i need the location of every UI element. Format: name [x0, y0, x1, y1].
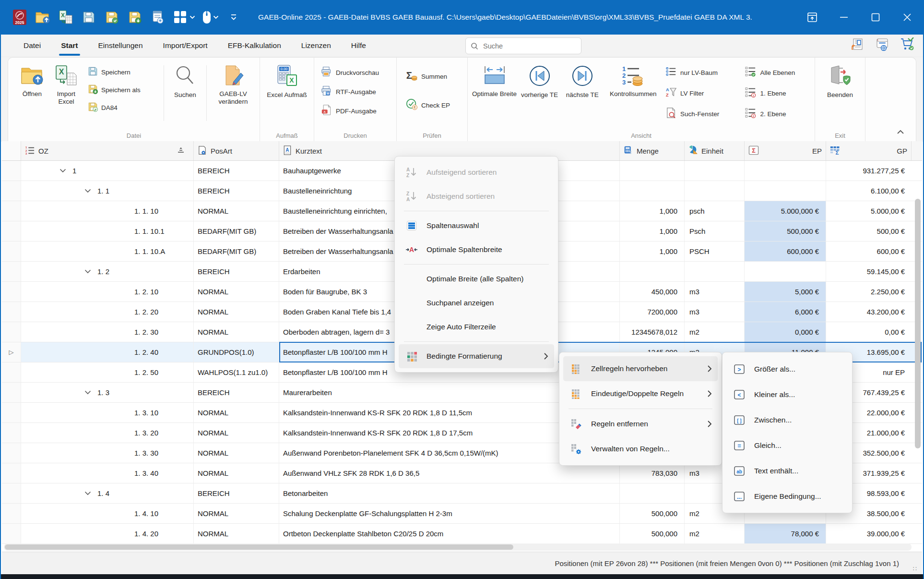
oeffnen-button[interactable]: Öffnen [15, 62, 49, 100]
column-header-posart[interactable]: PosArt [194, 141, 279, 160]
such-fenster-button[interactable]: Such-Fenster [665, 107, 745, 121]
tab-datei[interactable]: Datei [13, 35, 51, 57]
print-preview-button[interactable] [150, 9, 166, 25]
pdf-ausgabe-button[interactable]: A PDF-Ausgabe [321, 104, 379, 118]
cell-einheit [685, 181, 745, 201]
shop-cart-icon[interactable] [900, 37, 914, 51]
cell-posart: BEREICH [194, 181, 279, 201]
tab-efb-kalkulation[interactable]: EFB-Kalkulation [218, 35, 291, 57]
column-header-menge[interactable]: Menge [620, 141, 685, 160]
menu-item-label: Text enthält... [754, 467, 842, 475]
context-menu-item-suchpanel-anzeigen[interactable]: Suchpanel anzeigen [399, 291, 554, 315]
import-excel-button[interactable]: X Import Excel [49, 62, 83, 108]
suchen-button[interactable]: Suchen [167, 62, 203, 101]
context-menu-item-zeige-auto-filterzeile[interactable]: Zeige Auto Filterzeile [399, 315, 554, 339]
kontrollsummen-button[interactable]: 123 Kontrollsummen [604, 62, 663, 100]
cell-kurztext: Schalung Deckenplatte GF-Schalungsplatte… [279, 504, 620, 523]
vertical-scrollbar[interactable] [915, 199, 921, 448]
app-window: 2025 X [0, 0, 924, 579]
close-button[interactable] [891, 0, 923, 35]
svg-text:...: ... [737, 493, 742, 500]
tab-import-export[interactable]: Import/Export [153, 35, 218, 57]
horizontal-scrollbar[interactable] [4, 543, 912, 551]
context-menu-item-aufsteigend-sortieren: AZAufsteigend sortieren [399, 160, 554, 184]
cell-oz: 1. 4 [21, 483, 194, 503]
ebene-2-button[interactable]: 2 2. Ebene [745, 107, 812, 121]
menu-item-label: Eigene Bedingung... [754, 492, 842, 501]
table-row[interactable]: 1. 4. 20NORMALOrtbeton Deckenplatte Stah… [2, 524, 922, 544]
tree-expand-chevron-icon[interactable] [84, 189, 91, 193]
qat-overflow-button[interactable] [225, 9, 242, 25]
da84-button[interactable]: DA84 [88, 101, 161, 115]
open-folder-button[interactable] [35, 9, 51, 25]
rules-submenu-item-kleiner-als[interactable]: <Kleiner als... [726, 382, 848, 407]
vorherige-te-button[interactable]: vorherige TE [518, 62, 561, 101]
context-menu-item-bedingte-formatierung[interactable]: Bedingte Formatierung [399, 344, 554, 368]
tree-expand-chevron-icon[interactable] [84, 390, 91, 395]
speichern-als-button[interactable]: Speichern als [88, 83, 161, 97]
rules-submenu-item-text-enthält[interactable]: abText enthält... [726, 458, 848, 483]
horizontal-scrollbar-thumb[interactable] [5, 544, 513, 550]
search-box[interactable] [465, 37, 581, 54]
druckvorschau-button[interactable]: Druckvorschau [321, 65, 379, 80]
context-menu-item-optimale-spaltenbreite[interactable]: AOptimale Spaltenbreite [399, 238, 554, 262]
ribbon-collapse-button[interactable] [897, 128, 904, 136]
oz-123-list-icon: 123 [25, 145, 35, 157]
maximize-button[interactable] [860, 0, 891, 35]
row-indicator [2, 504, 21, 523]
tree-expand-chevron-icon[interactable] [59, 169, 66, 173]
speichern-button[interactable]: Speichern [88, 65, 161, 79]
context-menu-item-optimale-breite-alle-spalten[interactable]: Optimale Breite (alle Spalten) [399, 267, 554, 291]
summen-button[interactable]: Σ Summen [405, 68, 450, 84]
tab-einstellungen[interactable]: Einstellungen [88, 35, 153, 57]
tree-expand-chevron-icon[interactable] [84, 269, 91, 274]
column-header-gp[interactable]: Σ GP [826, 141, 912, 160]
column-header-einheit[interactable]: Einheit [685, 141, 745, 160]
cf-submenu-item-regeln-entfernen[interactable]: Regeln entfernen [563, 411, 718, 436]
dock-window-button[interactable] [796, 0, 828, 35]
gaeb-lv-veraendern-button[interactable]: GAEB-LV verändern [210, 62, 257, 108]
news-feed-icon[interactable] [850, 37, 865, 51]
cell-ep: 78,000 € [745, 524, 826, 543]
check-ep-button[interactable]: € Check EP [405, 97, 450, 113]
tab-start[interactable]: Start [51, 35, 88, 57]
context-menu-item-spaltenauswahl[interactable]: Spaltenauswahl [399, 214, 554, 238]
save-button[interactable] [81, 9, 97, 25]
resize-grip[interactable]: ∷ [913, 567, 917, 570]
naechste-te-button[interactable]: nächste TE [561, 62, 604, 101]
web-window-icon[interactable] [875, 37, 889, 51]
save-as-button[interactable] [104, 9, 120, 25]
tab-hilfe[interactable]: Hilfe [341, 35, 376, 57]
save-download-button[interactable] [127, 9, 143, 25]
cf-submenu-item-eindeutige-doppelte-regeln[interactable]: Eindeutige/Doppelte Regeln [563, 381, 718, 406]
ebene-1-button[interactable]: 1 1. Ebene [745, 86, 812, 100]
tab-lizenzen[interactable]: Lizenzen [291, 35, 341, 57]
cf-submenu-item-verwalten-von-regeln[interactable]: Verwalten von Regeln... [563, 436, 718, 461]
svg-text:Z: Z [406, 191, 409, 196]
rules-submenu-item-gleich[interactable]: =Gleich... [726, 433, 848, 458]
beenden-button[interactable]: Beenden [818, 62, 862, 101]
alle-ebenen-button[interactable]: Alle Ebenen [745, 65, 812, 80]
import-excel-button[interactable]: X [58, 9, 74, 25]
cell-posart: NORMAL [194, 302, 279, 322]
search-input[interactable] [482, 42, 561, 50]
cf-submenu-item-zellregeln-hervorheben[interactable]: Zellregeln hervorheben [563, 356, 718, 381]
view-grid-button[interactable] [173, 10, 195, 25]
rules-submenu-item-grö-er-als[interactable]: >Größer als... [726, 356, 848, 382]
rules-submenu-item-eigene-bedingung[interactable]: ...Eigene Bedingung... [726, 483, 848, 509]
optimale-breite-button[interactable]: Optimale Breite [471, 62, 518, 100]
cell-oz: 1. 4. 20 [21, 524, 194, 543]
rtf-ausgabe-button[interactable]: W RTF-Ausgabe [321, 84, 379, 99]
lv-filter-button[interactable]: AZ LV Filter [665, 86, 745, 100]
rules-submenu-item-zwischen[interactable]: [ ]Zwischen... [726, 407, 848, 433]
column-header-ep[interactable]: Σ EP [745, 141, 826, 160]
excel-aufmass-button[interactable]: 0.00X Excel Aufmaß [264, 62, 309, 101]
nur-lv-baum-button[interactable]: nur LV-Baum [665, 65, 745, 80]
mouse-settings-button[interactable] [202, 10, 219, 24]
cell-oz: 1. 1 [21, 181, 194, 201]
minimize-button[interactable] [828, 0, 860, 35]
sort-az-icon: AZ [405, 167, 418, 178]
cell-ep: 600,000 € [745, 241, 826, 261]
column-header-oz[interactable]: 123 OZ [21, 141, 194, 160]
tree-expand-chevron-icon[interactable] [84, 491, 91, 495]
